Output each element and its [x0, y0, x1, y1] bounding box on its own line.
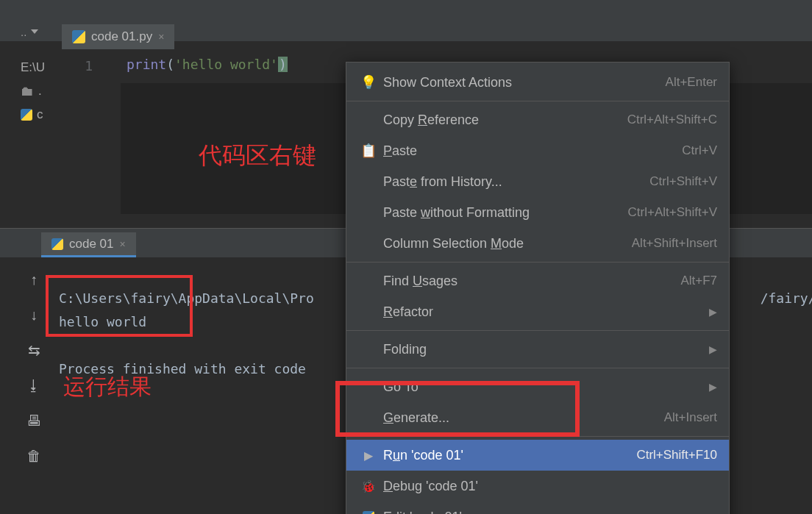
menu-separator [346, 330, 729, 331]
play-icon: ▶ [358, 449, 379, 463]
code-string: 'hello world' [174, 57, 278, 72]
menu-label: Folding [379, 342, 702, 357]
sidebar-folder[interactable]: 🖿 . [21, 79, 63, 103]
line-gutter: 1 [62, 58, 115, 74]
menu-goto[interactable]: Go To ▶ [346, 371, 729, 402]
menu-separator [346, 368, 729, 368]
menu-shortcut: Ctrl+V [682, 143, 717, 158]
editor-tab[interactable]: code 01.py × [62, 24, 174, 49]
bulb-icon: 💡 [358, 74, 379, 90]
menu-label: Show Context Actions [379, 75, 666, 90]
submenu-arrow-icon: ▶ [702, 306, 717, 318]
menu-debug[interactable]: 🐞 Debug 'code 01' [346, 471, 729, 501]
root-path: E:\U [21, 60, 45, 75]
python-icon [358, 511, 379, 514]
submenu-arrow-icon: ▶ [702, 381, 717, 393]
menu-separator [346, 436, 729, 437]
menu-shortcut: Alt+F7 [680, 274, 717, 288]
code-line: print('hello world') [127, 57, 288, 72]
menu-show-context-actions[interactable]: 💡 Show Context Actions Alt+Enter [346, 67, 729, 98]
close-icon[interactable]: × [158, 31, 164, 43]
chevron-down-icon[interactable] [31, 29, 38, 34]
folder-label: . [38, 84, 42, 99]
line-number: 1 [85, 58, 93, 74]
menu-shortcut: Ctrl+Shift+V [649, 174, 717, 189]
editor-tabs: code 01.py × [62, 24, 174, 49]
window-titlebar [0, 0, 812, 22]
run-tab[interactable]: code 01 × [41, 232, 136, 257]
menu-shortcut: Alt+Shift+Insert [632, 236, 717, 251]
menu-label: Debug 'code 01' [379, 479, 717, 494]
menu-run[interactable]: ▶ Run 'code 01' Ctrl+Shift+F10 [346, 440, 729, 471]
menu-shortcut: Ctrl+Shift+F10 [636, 448, 717, 463]
menu-label: Column Selection Mode [379, 236, 632, 251]
menu-separator [346, 101, 729, 101]
menu-label: Find Usages [379, 274, 680, 289]
menu-label: Go To [379, 379, 702, 395]
print-icon[interactable]: 🖶 [24, 410, 44, 431]
menu-generate[interactable]: Generate... Alt+Insert [346, 402, 729, 433]
close-icon[interactable]: × [120, 238, 126, 250]
menu-refactor[interactable]: Refactor ▶ [346, 296, 729, 327]
menu-separator [346, 262, 729, 263]
console-line-1a: C:\Users\fairy\AppData\Local\Pro [59, 290, 314, 306]
breadcrumb-dots: .. [21, 26, 26, 38]
download-icon[interactable]: ⭳ [24, 375, 44, 396]
sidebar-root[interactable]: E:\U [21, 56, 63, 79]
menu-label: Edit 'code 01'... [379, 510, 717, 515]
menu-label: Generate... [379, 410, 664, 426]
menu-label: Paste without Formatting [379, 205, 628, 221]
menu-edit-config[interactable]: Edit 'code 01'... [346, 501, 729, 514]
menu-find-usages[interactable]: Find Usages Alt+F7 [346, 265, 729, 296]
bug-icon: 🐞 [358, 479, 379, 493]
folder-icon: 🖿 [21, 84, 34, 99]
submenu-arrow-icon: ▶ [702, 343, 717, 355]
down-arrow-icon[interactable]: ↓ [24, 304, 44, 325]
run-tab-name: code 01 [69, 237, 114, 251]
menu-shortcut: Alt+Insert [664, 410, 717, 425]
project-sidebar: E:\U 🖿 . c [21, 56, 63, 126]
trash-icon[interactable]: 🗑 [24, 446, 44, 466]
menu-shortcut: Ctrl+Alt+Shift+C [627, 113, 717, 127]
menu-folding[interactable]: Folding ▶ [346, 334, 729, 365]
menu-paste[interactable]: 📋 Paste Ctrl+V [346, 135, 729, 166]
menu-label: Refactor [379, 304, 702, 320]
wrap-icon[interactable]: ⇆ [24, 340, 44, 360]
python-icon [21, 109, 32, 121]
python-icon [51, 238, 63, 250]
console-line-1b: /fairy/ [761, 290, 812, 306]
menu-label: Paste from History... [379, 174, 649, 190]
up-arrow-icon[interactable]: ↑ [24, 269, 44, 290]
console-line-2: hello world [59, 314, 146, 329]
file-trunc: c [37, 107, 43, 122]
run-toolbar: ↑ ↓ ⇆ ⭳ 🖶 🗑 [24, 269, 53, 466]
menu-shortcut: Alt+Enter [666, 75, 717, 90]
menu-label: Copy Reference [379, 113, 627, 128]
menu-paste-without-formatting[interactable]: Paste without Formatting Ctrl+Alt+Shift+… [346, 197, 729, 228]
python-icon [72, 30, 85, 43]
menu-shortcut: Ctrl+Alt+Shift+V [628, 205, 717, 220]
menu-copy-reference[interactable]: Copy Reference Ctrl+Alt+Shift+C [346, 104, 729, 135]
tab-filename: code 01.py [91, 29, 152, 44]
context-menu: 💡 Show Context Actions Alt+Enter Copy Re… [346, 62, 730, 514]
clipboard-icon: 📋 [358, 143, 379, 159]
code-func: print [127, 57, 166, 72]
sidebar-file[interactable]: c [21, 103, 63, 126]
menu-column-selection[interactable]: Column Selection Mode Alt+Shift+Insert [346, 228, 729, 259]
menu-label: Paste [379, 143, 682, 159]
annotation-code-area: 代码区右键 [199, 140, 316, 172]
annotation-run-result: 运行结果 [63, 372, 152, 402]
menu-label: Run 'code 01' [379, 448, 636, 463]
menu-paste-history[interactable]: Paste from History... Ctrl+Shift+V [346, 166, 729, 197]
